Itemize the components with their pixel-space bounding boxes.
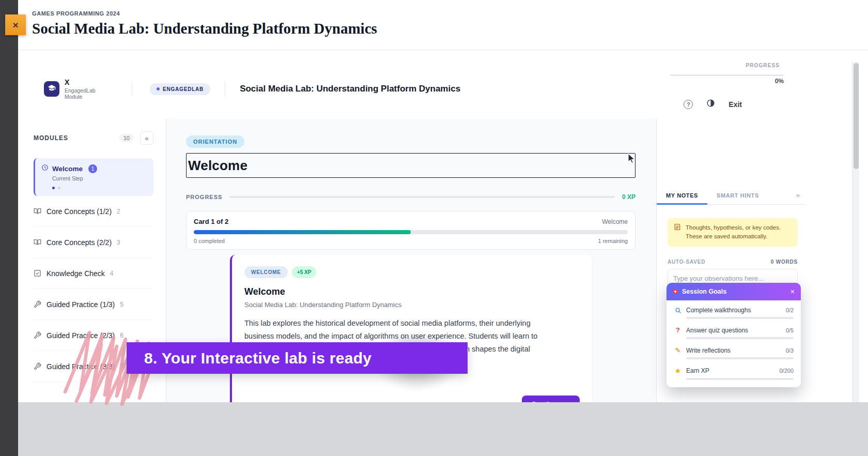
xp-badge: +5 XP: [292, 266, 317, 278]
question-icon: ?: [674, 326, 682, 334]
module-label: Knowledge Check: [47, 269, 105, 278]
chevron-double-left-icon: «: [145, 134, 148, 142]
goal-item: ★ Earn XP 0/200: [674, 367, 794, 380]
header-divider: [132, 81, 132, 97]
module-label: Guided Practice (3/3): [47, 362, 115, 371]
status-dot-icon: [157, 87, 160, 90]
clock-icon: [41, 164, 49, 173]
progress-label: PROGRESS: [670, 63, 784, 68]
goal-item: ? Answer quiz questions 0/5: [674, 326, 794, 339]
sidebar-item-core-concepts-2[interactable]: Core Concepts (2/2) 3: [34, 227, 153, 258]
session-goals-popup: Session Goals × Complete walkthroughs 0/…: [667, 283, 801, 387]
session-goals-close-button[interactable]: ×: [791, 288, 795, 295]
module-number: 6: [120, 332, 123, 339]
progress-track: [670, 74, 784, 76]
close-icon: ×: [12, 20, 18, 30]
notes-tip-text: Thoughts, hypothesis, or key codes. Thes…: [686, 223, 792, 241]
card-progress-panel: Card 1 of 2 Welcome 0 completed 1 remain…: [186, 211, 636, 250]
module-label: Welcome: [52, 165, 83, 173]
continue-button[interactable]: Continue →: [522, 396, 580, 402]
wrench-icon: [34, 331, 41, 339]
theme-toggle-button[interactable]: [706, 99, 715, 110]
tutorial-step-banner: 8. Your Interactive lab is ready: [127, 342, 468, 374]
card-dots: [52, 187, 147, 189]
pencil-icon: ✎: [674, 346, 682, 354]
app-logo: [44, 81, 59, 97]
module-number: 2: [117, 208, 120, 215]
vertical-scrollbar[interactable]: [852, 62, 859, 402]
notes-tip: Thoughts, hypothesis, or key codes. Thes…: [668, 218, 798, 247]
page-header: GAMES PROGRAMMING 2024 Social Media Lab:…: [18, 0, 868, 50]
help-button[interactable]: ?: [684, 100, 693, 109]
wrench-icon: [34, 362, 41, 370]
goal-label: Earn XP: [686, 367, 779, 374]
sidebar-collapse-button[interactable]: «: [140, 131, 153, 145]
book-open-icon: [34, 207, 41, 215]
tab-my-notes[interactable]: MY NOTES: [657, 186, 707, 205]
modules-count-badge: 10: [119, 134, 134, 142]
lesson-heading-box: Welcome: [186, 153, 636, 178]
panel-expand-button[interactable]: »: [796, 191, 800, 199]
goal-progress: 0/2: [786, 307, 794, 313]
cards-completed: 0 completed: [194, 238, 225, 244]
section-badge: ORIENTATION: [186, 135, 244, 148]
wrench-icon: [34, 300, 41, 308]
session-goals-header: Session Goals ×: [667, 283, 801, 300]
card-progress-fill: [194, 230, 411, 234]
tutorial-step-text: 8. Your Interactive lab is ready: [144, 349, 371, 367]
goal-progress-track: [686, 317, 794, 319]
card-current-name: Welcome: [602, 218, 628, 225]
lesson-progress-track: [229, 196, 615, 198]
autosave-label: AUTO-SAVED: [668, 259, 705, 265]
goal-label: Write reflections: [686, 347, 786, 354]
notes-sidebar: MY NOTES SMART HINTS » Thoughts, hypothe…: [656, 119, 868, 402]
exit-button[interactable]: Exit: [729, 100, 742, 109]
lab-header: X EngagedLab Module ENGAGEDLAB Social Me…: [18, 50, 868, 119]
book-open-icon: [34, 238, 41, 246]
tab-smart-hints[interactable]: SMART HINTS: [707, 186, 768, 205]
module-label: Core Concepts (1/2): [47, 207, 112, 216]
scrollbar-thumb[interactable]: [854, 63, 859, 169]
module-number: 7: [120, 363, 123, 370]
module-label: Guided Practice (2/3): [47, 331, 115, 340]
module-number: 4: [110, 270, 114, 277]
goal-progress: 0/200: [779, 368, 794, 374]
course-eyebrow: GAMES PROGRAMMING 2024: [32, 10, 868, 17]
help-icon: ?: [687, 101, 690, 108]
header-divider: [225, 81, 225, 97]
word-count: 0 WORDS: [771, 259, 798, 265]
sidebar-item-welcome[interactable]: Welcome 1 Current Step: [34, 158, 153, 196]
card-position: Card 1 of 2: [194, 218, 228, 225]
notes-tabs: MY NOTES SMART HINTS »: [657, 186, 805, 205]
modules-heading: MODULES: [34, 134, 119, 142]
dot-inactive: [58, 187, 60, 189]
card-subtitle: Social Media Lab: Understanding Platform…: [244, 301, 580, 309]
module-label: Guided Practice (1/3): [47, 300, 115, 309]
lab-title: Social Media Lab: Understanding Platform…: [240, 84, 460, 94]
module-label: Core Concepts (2/2): [47, 238, 112, 247]
goal-progress-track: [686, 357, 794, 359]
module-number: 5: [120, 301, 123, 308]
target-icon: [673, 289, 678, 294]
engagedlab-badge: ENGAGEDLAB: [150, 83, 210, 95]
lesson-heading: Welcome: [188, 158, 247, 174]
magnifier-icon: [674, 307, 682, 314]
card-progress-track: [194, 230, 628, 234]
progress-label: PROGRESS: [186, 194, 222, 200]
screen-edge-strip: [0, 0, 18, 456]
goal-progress: 0/5: [786, 327, 794, 333]
goal-item: Complete walkthroughs 0/2: [674, 307, 794, 319]
module-number: 3: [117, 239, 120, 246]
contrast-icon: [706, 99, 715, 110]
star-icon: ★: [674, 367, 682, 375]
logo-name: X: [65, 78, 114, 86]
sidebar-item-knowledge-check[interactable]: Knowledge Check 4: [34, 258, 153, 289]
sidebar-item-guided-practice-1[interactable]: Guided Practice (1/3) 5: [34, 289, 153, 320]
cards-remaining: 1 remaining: [598, 238, 628, 244]
engagedlab-badge-label: ENGAGEDLAB: [163, 86, 204, 92]
page-title: Social Media Lab: Understanding Platform…: [32, 20, 868, 37]
goal-progress-track: [686, 337, 794, 339]
overlay-close-button[interactable]: ×: [5, 14, 26, 35]
sidebar-item-core-concepts-1[interactable]: Core Concepts (1/2) 2: [34, 196, 153, 227]
lab-header-left: X EngagedLab Module ENGAGEDLAB Social Me…: [44, 78, 460, 100]
